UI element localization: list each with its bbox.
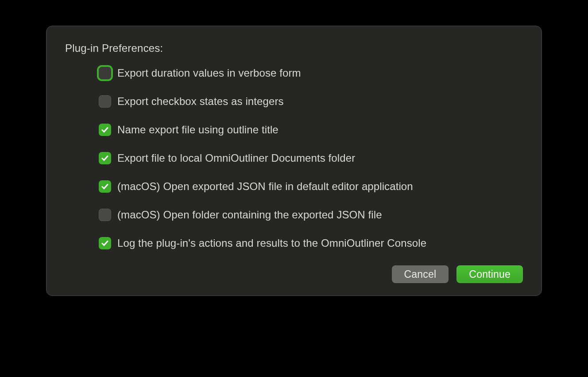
option-label: Log the plug-in's actions and results to… — [117, 237, 426, 249]
checkbox-open-containing-folder[interactable] — [99, 209, 111, 221]
option-label: Export duration values in verbose form — [117, 67, 301, 79]
checkbox-export-checkbox-integers[interactable] — [99, 95, 111, 108]
checkbox-log-actions-console[interactable] — [99, 237, 111, 249]
checkmark-icon — [101, 126, 109, 134]
checkmark-icon — [101, 183, 109, 190]
option-label: Name export file using outline title — [117, 124, 279, 136]
option-label: Export file to local OmniOutliner Docume… — [117, 152, 355, 164]
checkmark-icon — [101, 154, 109, 162]
dialog-title: Plug-in Preferences: — [65, 42, 523, 54]
option-name-file-outline-title: Name export file using outline title — [99, 124, 523, 136]
option-export-local-folder: Export file to local OmniOutliner Docume… — [99, 152, 523, 164]
option-label: Export checkbox states as integers — [117, 95, 284, 108]
dialog-buttons: Cancel Continue — [65, 265, 523, 283]
option-export-duration-verbose: Export duration values in verbose form — [99, 67, 523, 79]
options-list: Export duration values in verbose form E… — [65, 67, 523, 249]
checkbox-export-duration-verbose[interactable] — [99, 67, 111, 79]
option-export-checkbox-integers: Export checkbox states as integers — [99, 95, 523, 108]
checkbox-open-json-default-editor[interactable] — [99, 180, 111, 193]
option-label: (macOS) Open folder containing the expor… — [117, 209, 382, 221]
checkmark-icon — [101, 239, 109, 247]
option-log-actions-console: Log the plug-in's actions and results to… — [99, 237, 523, 249]
option-open-containing-folder: (macOS) Open folder containing the expor… — [99, 209, 523, 221]
preferences-dialog: Plug-in Preferences: Export duration val… — [46, 26, 542, 296]
continue-button[interactable]: Continue — [456, 265, 523, 283]
option-label: (macOS) Open exported JSON file in defau… — [117, 180, 413, 193]
checkbox-name-file-outline-title[interactable] — [99, 124, 111, 136]
cancel-button[interactable]: Cancel — [392, 265, 449, 283]
option-open-json-default-editor: (macOS) Open exported JSON file in defau… — [99, 180, 523, 193]
checkbox-export-local-folder[interactable] — [99, 152, 111, 164]
